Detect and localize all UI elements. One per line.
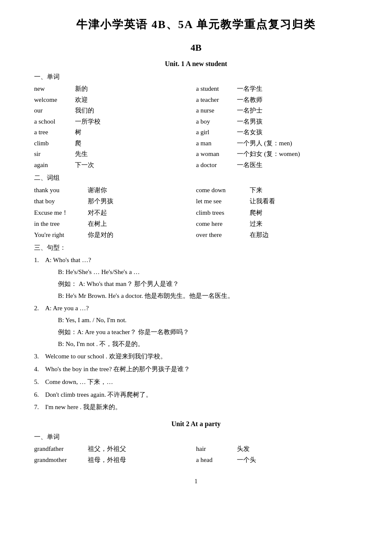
phrase-row: You're right你是对的 bbox=[34, 229, 196, 240]
sentence-content: A: Who's that …?B: He's/She's … He's/She… bbox=[45, 254, 358, 302]
vocab-row: a tree树 bbox=[34, 127, 196, 138]
phrase-cn: 爬树 bbox=[250, 207, 262, 218]
phrase-cn: 那个男孩 bbox=[88, 196, 113, 207]
sentence-item: 5.Come down, … 下来，… bbox=[34, 376, 358, 388]
main-title: 牛津小学英语 4B、5A 单元教学重点复习归类 bbox=[34, 17, 358, 32]
vocab-cn: 我们的 bbox=[75, 105, 94, 116]
vocab-cn: 一名护士 bbox=[237, 105, 262, 116]
sentence-line: A: Who's that …? bbox=[45, 254, 358, 266]
sentence-line: Come down, … 下来，… bbox=[45, 376, 358, 388]
phrase-en: let me see bbox=[196, 196, 247, 207]
sentence-number: 3. bbox=[34, 351, 43, 363]
vocab-row: a boy一名男孩 bbox=[196, 116, 358, 127]
vocab-en: a boy bbox=[196, 116, 234, 127]
sentence-item: 1.A: Who's that …?B: He's/She's … He's/S… bbox=[34, 254, 358, 302]
unit1-category3: 三、句型： bbox=[34, 244, 358, 252]
sentence-line: Don't climb trees again. 不许再爬树了。 bbox=[45, 389, 358, 401]
phrase-row: Excuse me！对不起 bbox=[34, 207, 196, 218]
sentence-number: 4. bbox=[34, 364, 43, 375]
sentence-line: B: He's Mr Brown. He's a doctor. 他是布朗先生。… bbox=[45, 290, 358, 302]
phrase-row: come down下来 bbox=[196, 185, 358, 196]
sentence-content: I'm new here . 我是新来的。 bbox=[45, 401, 358, 413]
vocab-en: a student bbox=[196, 84, 234, 95]
sentence-line: B: He's/She's … He's/She's a … bbox=[45, 266, 358, 278]
phrase-left-column: thank you谢谢你that boy那个男孩Excuse me！对不起in … bbox=[34, 185, 196, 240]
vocab-row: again下一次 bbox=[34, 160, 196, 171]
phrase-row: let me see让我看看 bbox=[196, 196, 358, 207]
sentence-content: Who's the boy in the tree? 在树上的那个男孩子是谁？ bbox=[45, 364, 358, 375]
phrase-en: in the tree bbox=[34, 218, 85, 229]
vocab-cn: 一名女孩 bbox=[237, 127, 262, 138]
vocab-cn: 先生 bbox=[75, 149, 88, 160]
vocab-right-column: a student一名学生a teacher一名教师a nurse一名护士a b… bbox=[196, 84, 358, 170]
vocab-left-column: new新的welcome欢迎our我们的a school一所学校a tree树c… bbox=[34, 84, 196, 170]
unit2-title: Unit 2 At a party bbox=[34, 420, 358, 428]
sentence-item: 3.Welcome to our school . 欢迎来到我们学校。 bbox=[34, 351, 358, 363]
sentence-item: 2.A: Are you a …?B: Yes, I am. / No, I'm… bbox=[34, 303, 358, 350]
vocab-en: hair bbox=[196, 444, 234, 455]
vocab-cn: 头发 bbox=[237, 444, 250, 455]
vocab-cn: 下一次 bbox=[75, 160, 94, 171]
phrase-cn: 你是对的 bbox=[88, 229, 113, 240]
vocab-row: a doctor一名医生 bbox=[196, 160, 358, 171]
vocab-cn: 欢迎 bbox=[75, 95, 88, 106]
sentence-line: I'm new here . 我是新来的。 bbox=[45, 401, 358, 413]
book-title: 4B bbox=[34, 42, 358, 53]
vocab-row: a woman一个妇女 (复：women) bbox=[196, 149, 358, 160]
sentence-number: 6. bbox=[34, 389, 43, 401]
unit2-category1: 一、单词 bbox=[34, 433, 358, 441]
phrase-en: come down bbox=[196, 185, 247, 196]
vocab-row: a student一名学生 bbox=[196, 84, 358, 95]
phrase-row: over there在那边 bbox=[196, 229, 358, 240]
unit2-vocab-left-column: grandfather祖父，外祖父grandmother祖母，外祖母 bbox=[34, 444, 196, 465]
vocab-row: a head一个头 bbox=[196, 455, 358, 466]
vocab-cn: 一个妇女 (复：women) bbox=[237, 149, 300, 160]
sentence-item: 4.Who's the boy in the tree? 在树上的那个男孩子是谁… bbox=[34, 364, 358, 375]
vocab-cn: 一个头 bbox=[237, 455, 256, 466]
vocab-en: grandmother bbox=[34, 455, 85, 466]
phrase-row: thank you谢谢你 bbox=[34, 185, 196, 196]
phrase-en: come here bbox=[196, 218, 247, 229]
unit1-phrase-grid: thank you谢谢你that boy那个男孩Excuse me！对不起in … bbox=[34, 185, 358, 240]
phrase-cn: 下来 bbox=[250, 185, 262, 196]
unit1-title: Unit. 1 A new student bbox=[34, 60, 358, 68]
vocab-cn: 一个男人 (复：men) bbox=[237, 138, 292, 149]
phrase-row: in the tree在树上 bbox=[34, 218, 196, 229]
vocab-row: grandmother祖母，外祖母 bbox=[34, 455, 196, 466]
vocab-en: a doctor bbox=[196, 160, 234, 171]
vocab-cn: 祖父，外祖父 bbox=[88, 444, 126, 455]
phrase-cn: 让我看看 bbox=[250, 196, 275, 207]
vocab-en: a nurse bbox=[196, 105, 234, 116]
vocab-cn: 新的 bbox=[75, 84, 88, 95]
sentence-item: 7.I'm new here . 我是新来的。 bbox=[34, 401, 358, 413]
vocab-cn: 树 bbox=[75, 127, 81, 138]
sentence-line: Who's the boy in the tree? 在树上的那个男孩子是谁？ bbox=[45, 364, 358, 375]
unit2-vocab-right-column: hair头发a head一个头 bbox=[196, 444, 358, 465]
vocab-en: a man bbox=[196, 138, 234, 149]
vocab-cn: 一名学生 bbox=[237, 84, 262, 95]
vocab-row: new新的 bbox=[34, 84, 196, 95]
sentence-content: Come down, … 下来，… bbox=[45, 376, 358, 388]
sentence-section: 1.A: Who's that …?B: He's/She's … He's/S… bbox=[34, 254, 358, 413]
phrase-right-column: come down下来let me see让我看看climb trees爬树co… bbox=[196, 185, 358, 240]
vocab-en: a teacher bbox=[196, 95, 234, 106]
sentence-line: A: Are you a …? bbox=[45, 303, 358, 315]
unit2-vocab-grid: grandfather祖父，外祖父grandmother祖母，外祖母 hair头… bbox=[34, 444, 358, 465]
sentence-number: 1. bbox=[34, 254, 43, 302]
phrase-en: climb trees bbox=[196, 207, 247, 218]
phrase-row: climb trees爬树 bbox=[196, 207, 358, 218]
vocab-en: welcome bbox=[34, 95, 72, 106]
phrase-cn: 在树上 bbox=[88, 218, 107, 229]
vocab-cn: 一所学校 bbox=[75, 116, 101, 127]
phrase-en: over there bbox=[196, 229, 247, 240]
sentence-line: Welcome to our school . 欢迎来到我们学校。 bbox=[45, 351, 358, 363]
vocab-en: our bbox=[34, 105, 72, 116]
sentence-line: 例如： A: Who's that man？ 那个男人是谁？ bbox=[45, 278, 358, 290]
phrase-cn: 在那边 bbox=[250, 229, 269, 240]
vocab-row: our我们的 bbox=[34, 105, 196, 116]
vocab-row: grandfather祖父，外祖父 bbox=[34, 444, 196, 455]
phrase-en: thank you bbox=[34, 185, 85, 196]
vocab-en: sir bbox=[34, 149, 72, 160]
unit1-category1: 一、单词 bbox=[34, 73, 358, 81]
vocab-cn: 祖母，外祖母 bbox=[88, 455, 126, 466]
